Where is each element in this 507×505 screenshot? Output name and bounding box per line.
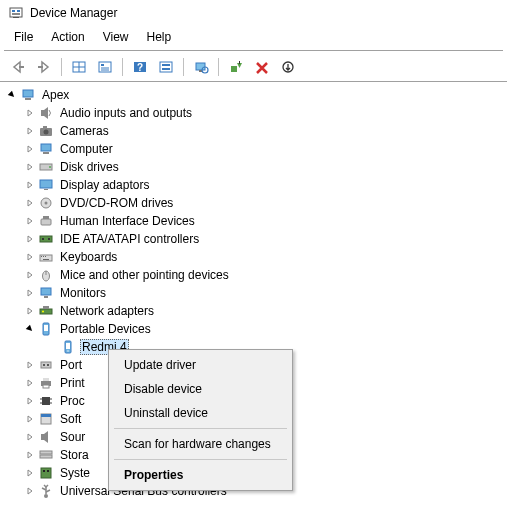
back-button[interactable] [6,56,30,78]
device-category-icon [38,231,54,247]
device-category-icon [38,159,54,175]
cm-uninstall-device[interactable]: Uninstall device [112,401,289,425]
expand-arrow-icon[interactable] [24,107,36,119]
svg-rect-27 [41,110,44,116]
svg-point-63 [47,364,49,366]
help-button[interactable]: ? [128,56,152,78]
tree-category[interactable]: Cameras [0,122,507,140]
svg-rect-30 [43,126,47,128]
device-tree[interactable]: Apex Audio inputs and outputsCamerasComp… [0,81,507,504]
svg-rect-18 [162,68,170,70]
tree-category[interactable]: Keyboards [0,248,507,266]
tree-category[interactable]: Monitors [0,284,507,302]
toolbar-separator [183,58,184,76]
expand-arrow-icon[interactable] [24,125,36,137]
svg-rect-11 [101,64,104,66]
cm-disable-device[interactable]: Disable device [112,377,289,401]
expand-arrow-icon[interactable] [24,233,36,245]
svg-point-60 [67,350,68,351]
tree-category[interactable]: IDE ATA/ATAPI controllers [0,230,507,248]
expand-arrow-icon[interactable] [24,305,36,317]
svg-rect-17 [162,64,170,66]
tree-category[interactable]: Mice and other pointing devices [0,266,507,284]
expand-arrow-icon[interactable] [6,89,18,101]
tree-category[interactable]: Human Interface Devices [0,212,507,230]
svg-rect-48 [43,259,49,260]
tree-category[interactable]: Disk drives [0,158,507,176]
svg-rect-39 [41,219,51,225]
menu-file[interactable]: File [6,28,41,46]
show-hidden-button[interactable] [67,56,91,78]
expand-arrow-icon[interactable] [24,449,36,461]
tree-category-label: IDE ATA/ATAPI controllers [58,231,201,247]
enable-button[interactable] [276,56,300,78]
expand-arrow-icon[interactable] [24,323,36,335]
uninstall-button[interactable] [250,56,274,78]
expand-arrow-icon[interactable] [24,215,36,227]
device-category-icon [38,483,54,499]
svg-rect-4 [13,17,19,18]
tree-root[interactable]: Apex [0,86,507,104]
menu-view[interactable]: View [95,28,137,46]
action-button[interactable] [154,56,178,78]
expand-arrow-icon[interactable] [24,395,36,407]
properties-button[interactable] [93,56,117,78]
update-driver-button[interactable] [224,56,248,78]
tree-category[interactable]: Computer [0,140,507,158]
svg-point-55 [42,311,44,313]
window-title: Device Manager [30,6,117,20]
expand-arrow-icon[interactable] [24,413,36,425]
device-category-icon [38,375,54,391]
tree-category-label: Computer [58,141,115,157]
device-category-icon [38,195,54,211]
scan-hardware-button[interactable] [189,56,213,78]
tree-category-label: Print [58,375,87,391]
expand-arrow-icon[interactable] [24,251,36,263]
toolbar-separator [218,58,219,76]
expand-arrow-icon[interactable] [24,377,36,389]
svg-rect-5 [19,66,24,68]
menu-help[interactable]: Help [139,28,180,46]
expand-arrow-icon[interactable] [24,431,36,443]
svg-rect-35 [40,180,52,188]
expand-arrow-icon[interactable] [24,269,36,281]
svg-rect-79 [47,470,49,472]
svg-rect-2 [17,10,20,12]
tree-category-label: Human Interface Devices [58,213,197,229]
expand-arrow-icon[interactable] [24,161,36,173]
menu-action[interactable]: Action [43,28,92,46]
tree-category[interactable]: DVD/CD-ROM drives [0,194,507,212]
tree-category[interactable]: Display adaptors [0,176,507,194]
tree-category-label: Port [58,357,84,373]
app-icon [8,5,24,21]
svg-rect-75 [40,451,52,454]
svg-rect-66 [43,385,49,388]
tree-category-label: Display adaptors [58,177,151,193]
expand-arrow-icon[interactable] [24,467,36,479]
tree-category-label: Portable Devices [58,321,153,337]
expand-arrow-icon[interactable] [24,485,36,497]
expand-arrow-icon[interactable] [24,179,36,191]
cm-scan-hardware[interactable]: Scan for hardware changes [112,432,289,456]
forward-button[interactable] [32,56,56,78]
svg-rect-59 [66,343,70,349]
expand-arrow-icon[interactable] [24,143,36,155]
svg-rect-76 [40,455,52,458]
svg-rect-6 [38,66,43,68]
tree-category[interactable]: Portable Devices [0,320,507,338]
tree-category[interactable]: Network adapters [0,302,507,320]
svg-rect-41 [40,236,52,242]
svg-rect-77 [41,468,51,478]
svg-rect-43 [48,238,50,240]
cm-update-driver[interactable]: Update driver [112,353,289,377]
device-category-icon [38,357,54,373]
cm-separator [114,428,287,429]
expand-arrow-icon[interactable] [24,287,36,299]
expand-arrow-icon[interactable] [24,197,36,209]
expand-arrow-icon[interactable] [24,359,36,371]
svg-rect-40 [43,216,49,219]
tree-category-label: Stora [58,447,91,463]
device-icon [60,339,76,355]
cm-properties[interactable]: Properties [112,463,289,487]
tree-category[interactable]: Audio inputs and outputs [0,104,507,122]
